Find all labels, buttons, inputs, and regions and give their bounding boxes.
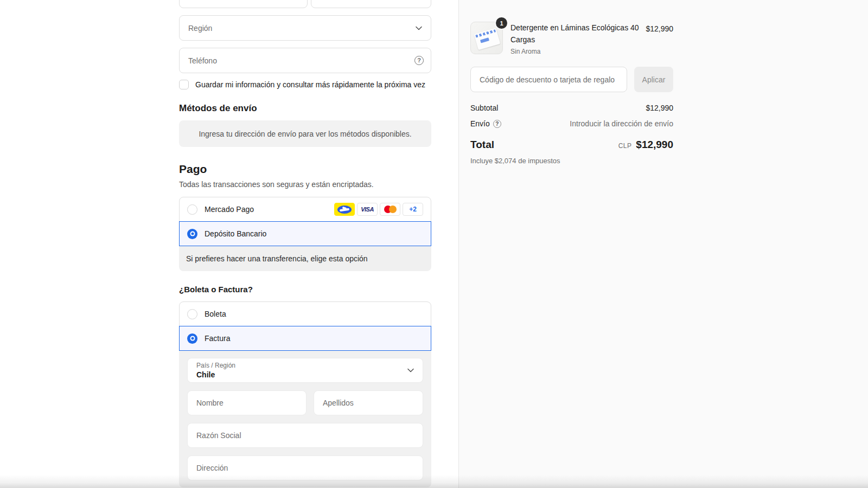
visa-icon: VISA	[357, 203, 378, 216]
currency-code: CLP	[618, 142, 632, 150]
apply-discount-button[interactable]: Aplicar	[634, 67, 673, 92]
mercado-pago-icon	[334, 203, 355, 216]
payment-option-mercado-pago[interactable]: Mercado Pago VISA +2	[179, 197, 431, 222]
region-select-label: Región	[188, 24, 212, 33]
total-value: $12,990	[636, 139, 673, 151]
country-select[interactable]: País / Región Chile	[187, 358, 423, 383]
discount-code-input[interactable]	[470, 67, 627, 92]
phone-help-icon[interactable]: ?	[414, 56, 424, 65]
payment-option-label: Mercado Pago	[205, 205, 254, 214]
product-thumbnail: 1	[470, 22, 503, 54]
radio-selected-icon[interactable]	[187, 333, 197, 344]
tax-note: Incluye $2,074 de impuestos	[470, 157, 560, 165]
subtotal-value: $12,990	[646, 104, 673, 112]
payment-option-deposito-bancario[interactable]: Depósito Bancario	[179, 221, 431, 246]
radio-unselected-icon[interactable]	[187, 309, 197, 319]
payment-title: Pago	[179, 163, 207, 176]
invoice-option-label: Boleta	[205, 310, 226, 318]
phone-field-wrap: ?	[179, 48, 431, 73]
product-price: $12,990	[646, 22, 673, 33]
total-label: Total	[470, 139, 494, 151]
shipping-help-icon[interactable]: ?	[493, 120, 501, 128]
chevron-down-icon	[407, 368, 414, 373]
phone-input[interactable]	[179, 48, 431, 73]
payment-options-group: Mercado Pago VISA +2 Depósito Bancario S…	[179, 197, 431, 271]
invoice-option-boleta[interactable]: Boleta	[179, 301, 431, 326]
last-name-input[interactable]	[314, 390, 423, 415]
payment-method-icons: VISA +2	[334, 203, 423, 216]
subtotal-label: Subtotal	[470, 104, 498, 112]
cart-line-item: 1 Detergente en Láminas Ecológicas 40 Ca…	[470, 22, 673, 55]
region-select[interactable]: Región	[179, 15, 431, 41]
save-info-checkbox[interactable]	[179, 80, 189, 89]
factura-details-panel: País / Región Chile	[179, 351, 431, 487]
invoice-option-label: Factura	[205, 334, 230, 343]
radio-selected-icon[interactable]	[187, 229, 197, 239]
payment-option-label: Depósito Bancario	[205, 229, 266, 238]
quantity-badge: 1	[496, 17, 507, 29]
invoice-options-group: Boleta Factura País / Región Chile	[179, 301, 431, 487]
save-info-row: Guardar mi información y consultar más r…	[179, 80, 425, 89]
company-name-input[interactable]	[187, 423, 423, 448]
country-select-value: Chile	[196, 370, 235, 379]
shipping-methods-title: Métodos de envío	[179, 103, 257, 114]
total-row: Total CLP $12,990	[470, 139, 673, 151]
first-name-input[interactable]	[187, 390, 307, 415]
shipping-methods-notice: Ingresa tu dirección de envío para ver l…	[179, 120, 431, 147]
discount-code-row: Aplicar	[470, 67, 673, 92]
more-payment-methods-badge[interactable]: +2	[403, 203, 423, 216]
address-fields-row	[179, 0, 431, 8]
address-field-left[interactable]	[179, 0, 308, 8]
address-input[interactable]	[187, 455, 423, 480]
invoice-question-title: ¿Boleta o Factura?	[179, 285, 253, 294]
product-title: Detergente en Láminas Ecológicas 40 Carg…	[510, 22, 640, 46]
payment-option-description: Si prefieres hacer una transferencia, el…	[179, 246, 431, 271]
name-fields-row	[187, 390, 423, 415]
save-info-label: Guardar mi información y consultar más r…	[195, 80, 425, 89]
radio-unselected-icon[interactable]	[187, 204, 197, 215]
subtotal-row: Subtotal $12,990	[470, 104, 673, 112]
shipping-row: Envío ? Introducir la dirección de envío	[470, 119, 673, 128]
address-field-right[interactable]	[311, 0, 431, 8]
order-summary-panel: 1 Detergente en Láminas Ecológicas 40 Ca…	[458, 0, 868, 488]
checkout-form: Región ? Guardar mi información y consul…	[179, 0, 431, 488]
shipping-label: Envío	[470, 119, 490, 128]
product-variant: Sin Aroma	[510, 48, 640, 55]
payment-subtitle: Todas las transacciones son seguras y es…	[179, 180, 374, 189]
shipping-value: Introducir la dirección de envío	[570, 119, 673, 128]
mastercard-icon	[380, 203, 400, 216]
country-select-label: País / Región	[196, 362, 235, 369]
chevron-down-icon	[416, 26, 422, 30]
invoice-option-factura[interactable]: Factura	[179, 326, 431, 351]
